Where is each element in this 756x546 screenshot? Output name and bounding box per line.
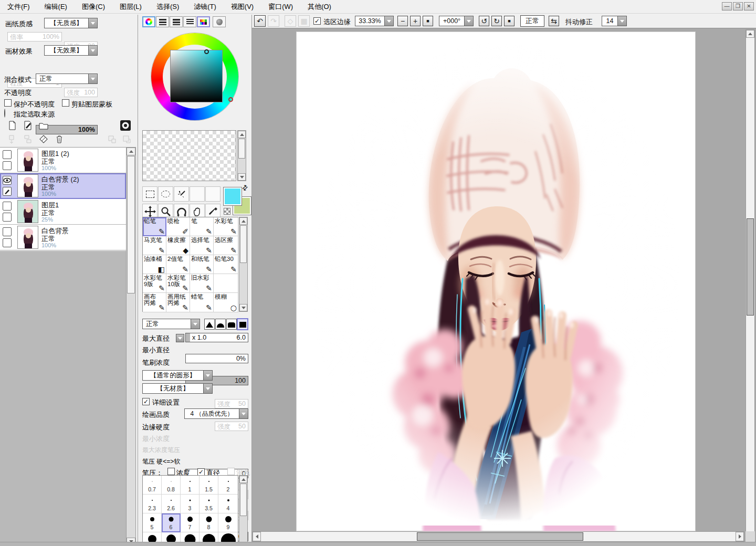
menu-item-window[interactable]: 窗口(W) <box>261 0 300 14</box>
clear-layer-button[interactable] <box>38 133 49 145</box>
size-cell[interactable]: 1 <box>181 476 200 495</box>
diameter-unit-button[interactable] <box>176 334 184 342</box>
scrollbar-thumb[interactable] <box>240 484 247 516</box>
brush-pencil30[interactable]: 铅笔30✎ <box>214 255 238 274</box>
chevron-down-icon[interactable] <box>88 74 97 83</box>
size-cell[interactable]: 3.5 <box>200 495 218 513</box>
brush-texture-strength-slider[interactable]: 强度50 <box>215 422 248 431</box>
selection-source-radio[interactable] <box>4 109 5 117</box>
normal-view-button[interactable]: 正常 <box>520 15 544 27</box>
protect-opacity-checkbox[interactable] <box>4 99 12 108</box>
brush-paper-acrylic[interactable]: 画用纸丙烯✎ <box>166 293 190 312</box>
blend-mode-combo[interactable]: 正常 <box>36 74 98 84</box>
size-cell[interactable]: 2 <box>218 476 238 495</box>
brush-marker[interactable]: 马克笔✎ <box>143 236 166 255</box>
brush-grid-scrollbar[interactable] <box>239 217 248 312</box>
invert-selection-button[interactable]: ▦ <box>298 15 310 27</box>
brush-binary-pen[interactable]: 2值笔✎ <box>166 255 190 274</box>
magic-wand-tool[interactable] <box>174 186 189 202</box>
size-cell[interactable]: 0.7 <box>143 476 162 495</box>
scroll-up-icon[interactable] <box>238 131 246 138</box>
merge-down-button[interactable] <box>22 133 34 145</box>
size-cell[interactable]: 2.6 <box>162 495 181 513</box>
lasso-tool[interactable] <box>158 186 173 202</box>
scroll-left-icon[interactable] <box>253 532 261 541</box>
transparent-color-chip[interactable] <box>224 208 230 215</box>
layer-link-checkbox[interactable] <box>3 238 12 247</box>
zoom-out-button[interactable]: − <box>397 16 408 26</box>
material-effect-combo[interactable]: 【无效果】 <box>44 45 98 56</box>
canvas-vertical-scrollbar[interactable] <box>746 29 755 544</box>
scrollbar-thumb[interactable] <box>240 225 247 263</box>
size-cell[interactable]: 2.3 <box>143 495 162 513</box>
effect-strength-slider[interactable]: 强度100 <box>64 88 98 97</box>
menu-item-edit[interactable]: 编辑(E) <box>37 0 75 14</box>
layer-row[interactable]: 白色背景 正常 100% <box>0 225 126 250</box>
new-layer-button[interactable] <box>6 120 18 131</box>
layer-link-checkbox[interactable] <box>3 161 12 170</box>
chevron-down-icon[interactable] <box>464 16 473 26</box>
scroll-down-icon[interactable] <box>239 304 247 311</box>
texture-scale-slider[interactable]: 倍率100% <box>7 32 62 41</box>
chevron-down-icon[interactable] <box>239 409 248 418</box>
menu-item-others[interactable]: 其他(O) <box>300 0 339 14</box>
layer-visibility-checkbox[interactable] <box>3 202 12 211</box>
pressure-diameter-checkbox[interactable]: ✓ <box>197 468 205 476</box>
new-linework-layer-button[interactable] <box>22 120 34 131</box>
zoom-level-combo[interactable]: 33.33% <box>355 16 394 26</box>
menu-item-select[interactable]: 选择(S) <box>149 0 186 14</box>
max-diameter-slider[interactable]: x 1.0 6.0 <box>185 333 248 342</box>
color-wheel-tab[interactable] <box>142 16 155 27</box>
scroll-up-icon[interactable] <box>127 148 135 155</box>
menu-item-view[interactable]: 视图(V) <box>224 0 261 14</box>
brush-selection-pen[interactable]: 选择笔✎ <box>190 236 214 255</box>
brush-airbrush[interactable]: 喷枪✐ <box>166 217 190 236</box>
size-cell[interactable]: 1.5 <box>200 476 218 495</box>
layer-visibility-checkbox[interactable] <box>3 176 12 185</box>
scrollbar-thumb[interactable] <box>238 139 245 159</box>
canvas-page[interactable] <box>296 32 696 531</box>
scrollbar-thumb[interactable] <box>417 532 583 541</box>
canvas-horizontal-scrollbar[interactable] <box>252 531 744 542</box>
layer-link-checkbox[interactable] <box>3 213 12 222</box>
scroll-up-icon[interactable] <box>746 30 754 38</box>
undo-button[interactable]: ↶ <box>254 15 266 27</box>
foreground-color-swatch[interactable] <box>223 187 242 206</box>
chevron-down-icon[interactable] <box>88 18 97 28</box>
brush-pen[interactable]: 笔✎ <box>190 217 214 236</box>
chevron-down-icon[interactable] <box>203 371 212 380</box>
chevron-down-icon[interactable] <box>617 16 626 26</box>
brush-watercolor[interactable]: 水彩笔✎ <box>214 217 238 236</box>
paint-quality-combo[interactable]: 4 （品质优先） <box>184 408 248 419</box>
brush-watercolor-v9[interactable]: 水彩笔9版✎ <box>143 274 166 293</box>
maximize-button[interactable]: ❐ <box>733 2 743 10</box>
swatches-tab[interactable] <box>197 16 210 27</box>
color-slider-tab[interactable] <box>183 16 196 27</box>
deselect-button[interactable]: ◇ <box>285 15 296 27</box>
size-cell[interactable]: 0.8 <box>162 476 181 495</box>
chevron-down-icon[interactable] <box>88 46 97 55</box>
size-cell[interactable]: 5 <box>143 513 162 532</box>
size-cell[interactable]: 8 <box>200 513 218 532</box>
layer-paint-target-checkbox[interactable] <box>3 187 12 196</box>
layer-mask-button[interactable] <box>120 120 131 131</box>
brush-crayon[interactable]: 蜡笔✎ <box>190 293 214 312</box>
brush-canvas-acrylic[interactable]: 画布丙烯✎ <box>143 293 166 312</box>
saturation-value-square[interactable] <box>170 50 223 102</box>
new-folder-button[interactable] <box>38 120 49 131</box>
size-cell[interactable]: 7 <box>181 513 200 532</box>
layer-list-scrollbar[interactable] <box>126 147 136 546</box>
menu-item-image[interactable]: 图像(C) <box>75 0 112 14</box>
brush-texture-combo[interactable]: 【无材质】 <box>142 383 213 394</box>
brush-shape-combo[interactable]: 【通常的圆形】 <box>142 370 213 381</box>
layer-visibility-checkbox[interactable] <box>3 227 12 236</box>
layer-row[interactable]: 图层1 正常 25% <box>0 199 126 225</box>
brush-edge-triangle-button[interactable] <box>204 319 215 330</box>
zoom-in-button[interactable]: + <box>410 16 421 26</box>
hsv-slider-tab[interactable] <box>170 16 183 27</box>
menu-item-file[interactable]: 文件(F) <box>0 0 37 14</box>
marquee-tool[interactable] <box>142 186 158 202</box>
scroll-up-icon[interactable] <box>239 217 247 225</box>
layer-row-selected[interactable]: 白色背景 (2) 正常 100% <box>0 173 126 199</box>
layer-visibility-checkbox[interactable] <box>3 150 12 159</box>
